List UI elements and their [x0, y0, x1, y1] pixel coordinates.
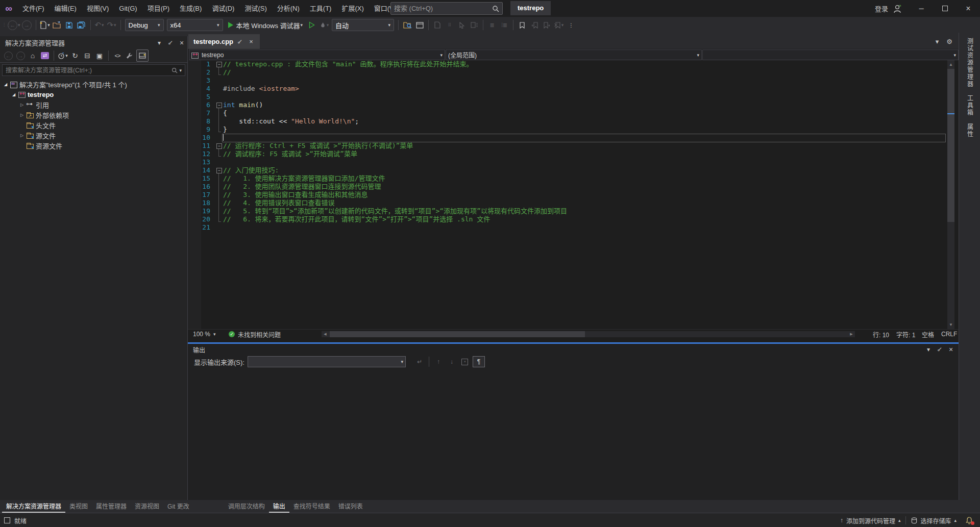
left-dock-tab[interactable]: 属性管理器	[92, 500, 131, 513]
autohide-tab[interactable]: 工具箱	[966, 95, 974, 116]
menubar-item[interactable]: 工具(T)	[305, 1, 337, 17]
output-panel-header[interactable]: 输出 ▾ ⊸ ×	[188, 344, 959, 355]
bottom-dock-tab[interactable]: 输出	[269, 500, 289, 513]
output-pin-icon[interactable]: ⊸	[934, 344, 945, 355]
active-files-dropdown[interactable]: ▾	[931, 36, 943, 47]
minimize-button[interactable]: ─	[910, 0, 933, 17]
pin-tab-icon[interactable]: ⊸	[235, 37, 244, 46]
select-repository-button[interactable]: 选择存储库 ▴	[906, 514, 962, 527]
tree-expander-icon[interactable]: ◢	[2, 82, 9, 87]
horizontal-scrollbar[interactable]: ◀ ▶	[322, 331, 855, 337]
properties-wrench-icon[interactable]	[124, 50, 135, 61]
preview-selected-items-icon[interactable]: ✦	[136, 49, 149, 62]
menubar-item[interactable]: 项目(P)	[142, 1, 175, 17]
project-scope-combo[interactable]: testrepo ▾	[189, 49, 445, 60]
solution-configuration-combo[interactable]: Debug▾	[125, 19, 164, 31]
se-back-icon[interactable]: ←	[3, 50, 14, 61]
redo-button[interactable]: ↷▾	[106, 19, 117, 31]
tree-expander-icon[interactable]: ◢	[10, 92, 17, 97]
code-editor[interactable]: 1// testrepo.cpp : 此文件包含 "main" 函数。程序执行将…	[188, 60, 959, 329]
document-tab-testrepo-cpp[interactable]: testrepo.cpp ⊸ ×	[188, 34, 260, 49]
tree-expander-icon[interactable]: ▷	[18, 133, 26, 138]
autohide-tab[interactable]: 测试资源管理器	[966, 38, 974, 88]
start-without-debugging-button[interactable]	[306, 19, 317, 31]
navigate-forward-button[interactable]: →	[21, 19, 33, 31]
se-forward-icon[interactable]: →	[15, 50, 26, 61]
intellisense-suggestion-button[interactable]: ⠿	[444, 19, 455, 31]
background-tasks-icon[interactable]	[4, 517, 10, 523]
left-dock-tab[interactable]: 类视图	[65, 500, 92, 513]
fold-collapse-icon[interactable]: −	[216, 103, 222, 108]
find-in-files-button[interactable]	[402, 19, 413, 31]
clear-all-output-icon[interactable]: ×	[459, 357, 471, 367]
notifications-button[interactable]	[962, 514, 977, 527]
close-tab-icon[interactable]: ×	[247, 37, 256, 46]
toolbar-drag-handle[interactable]: ⋮⋮	[2, 24, 5, 26]
start-debugging-button[interactable]: 本地 Windows 调试器 ▾	[225, 19, 306, 31]
show-all-files-icon[interactable]: ▣	[94, 50, 105, 61]
document-health-indicator[interactable]: ✓ 未找到相关问题	[229, 330, 281, 339]
previous-message-icon[interactable]: ↑	[433, 357, 444, 367]
open-file-button[interactable]	[52, 19, 63, 31]
fold-collapse-icon[interactable]: −	[216, 143, 222, 149]
word-wrap-icon[interactable]: ¶	[473, 356, 485, 367]
window-position-dropdown[interactable]: ▾	[154, 38, 165, 48]
close-panel-icon[interactable]: ×	[176, 38, 187, 48]
quick-search-box[interactable]	[390, 2, 503, 15]
member-scope-combo[interactable]: ▾	[702, 49, 959, 60]
scroll-right-icon[interactable]: ▶	[848, 331, 855, 337]
fold-collapse-icon[interactable]: −	[216, 168, 222, 173]
solution-explorer-search-box[interactable]: ▾	[2, 64, 185, 76]
account-icon[interactable]: +	[892, 4, 902, 13]
save-button[interactable]	[64, 19, 75, 31]
output-position-dropdown[interactable]: ▾	[923, 344, 934, 355]
scroll-up-icon[interactable]: ▲	[947, 60, 954, 69]
sync-with-active-document-icon[interactable]: ↻	[69, 50, 81, 61]
auto-hide-pin-icon[interactable]: ⊸	[165, 38, 176, 48]
vertical-scrollbar-thumb[interactable]	[947, 69, 954, 222]
hot-reload-button[interactable]: ▾	[318, 19, 330, 31]
menubar-item[interactable]: 视图(V)	[82, 1, 114, 17]
save-all-button[interactable]	[76, 19, 87, 31]
collapse-all-icon[interactable]: ⊟	[82, 50, 93, 61]
status-line-number[interactable]: 行: 10	[873, 330, 889, 339]
tree-item-[interactable]: ▷▼源文件	[0, 130, 187, 140]
solution-platform-combo[interactable]: x64▾	[167, 19, 223, 31]
pending-changes-filter-icon[interactable]: ▾	[57, 50, 68, 61]
horizontal-scrollbar-thumb[interactable]	[330, 331, 585, 337]
tree-item-testrepo11[interactable]: ◢解决方案"testrepo"(1 个项目/共 1 个)	[0, 79, 187, 89]
solution-explorer-search-input[interactable]	[3, 67, 172, 74]
autohide-tab[interactable]: 属性	[966, 123, 974, 138]
toolbar-overflow-button[interactable]: ⋮	[566, 19, 577, 31]
switch-views-icon[interactable]: ⇄	[39, 50, 51, 61]
status-indent-mode[interactable]: 空格	[922, 330, 934, 339]
vertical-scrollbar[interactable]: ▲ ▼	[947, 60, 954, 329]
menubar-item[interactable]: 扩展(X)	[336, 1, 369, 17]
add-to-source-control-button[interactable]: ↑ 添加到源代码管理 ▴	[835, 514, 906, 527]
tree-item-[interactable]: ▼资源文件	[0, 140, 187, 150]
output-source-combo[interactable]: ▾	[248, 356, 406, 367]
close-button[interactable]: ×	[957, 0, 980, 17]
tree-expander-icon[interactable]: ▷	[18, 103, 26, 107]
new-project-button[interactable]: ✦ ▾	[39, 19, 51, 31]
left-dock-tab[interactable]: 解决方案资源管理器	[2, 500, 65, 513]
menubar-item[interactable]: 分析(N)	[272, 1, 305, 17]
previous-bookmark-button[interactable]	[529, 19, 540, 31]
view-code-icon[interactable]: <>	[112, 50, 123, 61]
format-document-button[interactable]	[469, 19, 480, 31]
goto-message-icon[interactable]: ↵	[414, 357, 425, 367]
tree-item-[interactable]: ▼头文件	[0, 120, 187, 130]
solution-name-badge[interactable]: testrepo	[510, 1, 551, 15]
clear-bookmarks-button[interactable]: ▾	[553, 19, 565, 31]
select-cursor-button[interactable]	[456, 19, 468, 31]
search-options-dropdown[interactable]: ▾	[179, 68, 182, 73]
solution-explorer-header[interactable]: 解决方案资源管理器 ▾ ⊸ ×	[0, 36, 187, 49]
tree-item-[interactable]: ▷引用	[0, 99, 187, 110]
menubar-item[interactable]: 调试(D)	[207, 1, 239, 17]
status-line-ending[interactable]: CRLF	[941, 330, 957, 339]
status-column-number[interactable]: 字符: 1	[896, 330, 915, 339]
zoom-level-combo[interactable]: 100 % ▾	[190, 330, 219, 339]
quick-search-input[interactable]	[391, 5, 492, 12]
tree-item-[interactable]: ▷↗外部依赖项	[0, 110, 187, 120]
menubar-item[interactable]: 文件(F)	[17, 1, 50, 17]
